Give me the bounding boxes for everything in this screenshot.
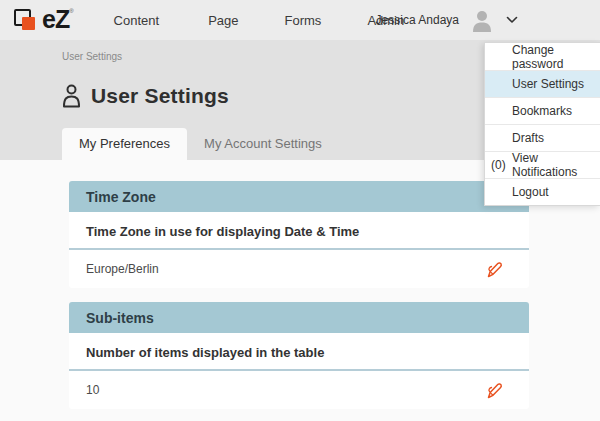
tab-bar: My Preferences My Account Settings (62, 128, 339, 160)
edit-pencil-icon (486, 381, 503, 400)
timezone-section-header: Time Zone (69, 181, 529, 212)
subitems-section-header: Sub-items (69, 302, 529, 333)
chevron-down-icon (506, 16, 518, 24)
ez-logo[interactable]: eZ ® (14, 6, 74, 34)
page-title: User Settings (91, 84, 229, 108)
tab-my-account-settings[interactable]: My Account Settings (187, 128, 339, 160)
top-navbar: eZ ® Content Page Forms Admin Jessica An… (0, 0, 600, 40)
edit-timezone-button[interactable] (486, 260, 503, 279)
menu-item-change-password[interactable]: Change password (485, 43, 600, 70)
user-dropdown-menu: Change password User Settings Bookmarks … (484, 42, 600, 206)
ez-logo-icon (14, 8, 40, 34)
nav-item-forms[interactable]: Forms (285, 13, 322, 28)
timezone-setting-label: Time Zone in use for displaying Date & T… (69, 212, 529, 250)
main-nav: Content Page Forms Admin (74, 13, 405, 28)
nav-item-content[interactable]: Content (114, 13, 160, 28)
user-menu-trigger[interactable]: Jessica Andaya (376, 0, 518, 40)
subitems-section: Sub-items Number of items displayed in t… (69, 302, 529, 409)
timezone-section: Time Zone Time Zone in use for displayin… (69, 181, 529, 288)
menu-item-view-notifications[interactable]: (0) View Notifications (485, 151, 600, 178)
nav-item-page[interactable]: Page (208, 13, 238, 28)
user-avatar-icon (469, 7, 495, 33)
subitems-value: 10 (86, 383, 99, 397)
subitems-setting-label: Number of items displayed in the table (69, 333, 529, 371)
timezone-section-title: Time Zone (86, 189, 156, 205)
breadcrumb: User Settings (62, 51, 122, 62)
user-settings-icon (61, 84, 82, 108)
timezone-value: Europe/Berlin (86, 262, 159, 276)
edit-subitems-button[interactable] (486, 381, 503, 400)
notifications-count-badge: (0) (491, 158, 506, 172)
timezone-setting-row: Europe/Berlin (69, 250, 529, 288)
edit-pencil-icon (486, 260, 503, 279)
subitems-setting-row: 10 (69, 371, 529, 409)
menu-item-bookmarks[interactable]: Bookmarks (485, 97, 600, 124)
subitems-section-title: Sub-items (86, 310, 154, 326)
menu-item-logout[interactable]: Logout (485, 178, 600, 205)
menu-item-user-settings[interactable]: User Settings (485, 70, 600, 97)
tab-my-preferences[interactable]: My Preferences (62, 128, 187, 160)
user-name: Jessica Andaya (376, 13, 459, 27)
title-row: User Settings (61, 84, 229, 108)
ez-logo-text: eZ (42, 6, 69, 32)
menu-item-drafts[interactable]: Drafts (485, 124, 600, 151)
